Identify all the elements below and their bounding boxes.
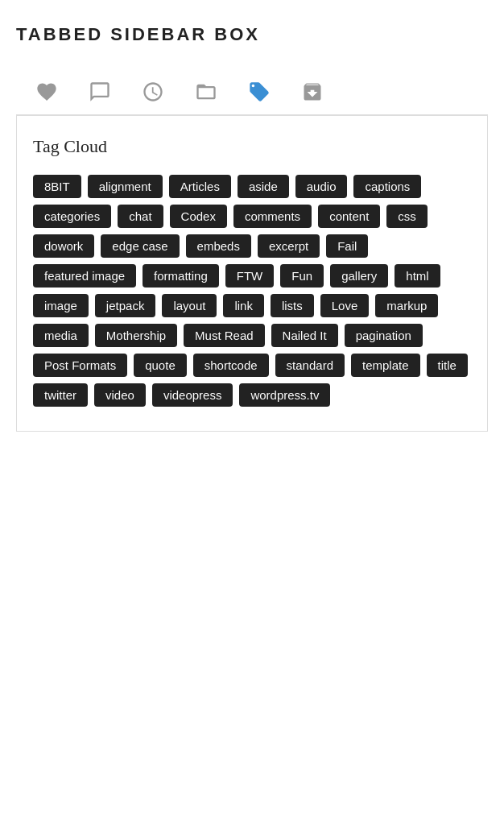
tag-cloud-title: Tag Cloud bbox=[33, 136, 471, 157]
tag-item[interactable]: comments bbox=[233, 205, 312, 228]
tag-item[interactable]: categories bbox=[33, 205, 111, 228]
tag-item[interactable]: embeds bbox=[186, 234, 251, 258]
tag-item[interactable]: Fun bbox=[280, 264, 324, 288]
tab-clock[interactable] bbox=[138, 77, 167, 106]
tag-item[interactable]: wordpress.tv bbox=[239, 383, 330, 407]
tag-item[interactable]: Love bbox=[320, 294, 370, 317]
tag-item[interactable]: video bbox=[94, 383, 146, 407]
tag-item[interactable]: pagination bbox=[345, 324, 423, 347]
tag-item[interactable]: gallery bbox=[330, 264, 388, 288]
tag-icon bbox=[248, 81, 271, 103]
tag-cloud-container: Tag Cloud 8BITalignmentArticlesasideaudi… bbox=[16, 116, 488, 432]
tag-item[interactable]: captions bbox=[353, 175, 421, 198]
tag-item[interactable]: 8BIT bbox=[33, 175, 81, 198]
tab-heart[interactable] bbox=[32, 77, 61, 106]
tag-item[interactable]: FTW bbox=[225, 264, 274, 288]
tag-item[interactable]: layout bbox=[162, 294, 217, 317]
tag-item[interactable]: alignment bbox=[88, 175, 163, 198]
tag-item[interactable]: Articles bbox=[169, 175, 231, 198]
tab-chat[interactable] bbox=[85, 77, 114, 106]
page-title: TABBED SIDEBAR BOX bbox=[16, 24, 488, 45]
tag-item[interactable]: Mothership bbox=[95, 324, 177, 347]
tag-item[interactable]: lists bbox=[271, 294, 314, 317]
heart-icon bbox=[35, 81, 58, 103]
tag-item[interactable]: Codex bbox=[170, 205, 227, 228]
tag-item[interactable]: content bbox=[318, 205, 380, 228]
tag-item[interactable]: Fail bbox=[326, 234, 368, 258]
tag-item[interactable]: edge case bbox=[101, 234, 179, 258]
tag-item[interactable]: html bbox=[395, 264, 440, 288]
chat-icon bbox=[89, 81, 111, 103]
tab-bar bbox=[16, 69, 488, 116]
tag-item[interactable]: featured image bbox=[33, 264, 136, 288]
folder-icon bbox=[195, 81, 217, 103]
tag-cloud: 8BITalignmentArticlesasideaudiocaptionsc… bbox=[33, 175, 471, 407]
tag-item[interactable]: Post Formats bbox=[33, 354, 127, 377]
tag-item[interactable]: title bbox=[427, 354, 468, 377]
tag-item[interactable]: excerpt bbox=[258, 234, 320, 258]
tag-item[interactable]: twitter bbox=[33, 383, 88, 407]
tag-item[interactable]: shortcode bbox=[193, 354, 269, 377]
archive-icon bbox=[301, 81, 324, 103]
tag-item[interactable]: template bbox=[351, 354, 420, 377]
tab-tag[interactable] bbox=[245, 77, 274, 106]
tag-item[interactable]: Must Read bbox=[184, 324, 265, 347]
tag-item[interactable]: image bbox=[33, 294, 89, 317]
clock-icon bbox=[142, 81, 164, 103]
tag-item[interactable]: formatting bbox=[143, 264, 219, 288]
tag-item[interactable]: quote bbox=[134, 354, 187, 377]
tag-item[interactable]: css bbox=[386, 205, 428, 228]
tag-item[interactable]: Nailed It bbox=[271, 324, 338, 347]
tag-item[interactable]: chat bbox=[118, 205, 163, 228]
tag-item[interactable]: markup bbox=[375, 294, 438, 317]
tag-item[interactable]: dowork bbox=[33, 234, 94, 258]
tab-archive[interactable] bbox=[298, 77, 327, 106]
tag-item[interactable]: audio bbox=[295, 175, 348, 198]
tag-item[interactable]: aside bbox=[238, 175, 289, 198]
tag-item[interactable]: link bbox=[223, 294, 264, 317]
tag-item[interactable]: media bbox=[33, 324, 89, 347]
tag-item[interactable]: standard bbox=[275, 354, 345, 377]
tab-folder[interactable] bbox=[192, 77, 221, 106]
tag-item[interactable]: jetpack bbox=[95, 294, 156, 317]
tag-item[interactable]: videopress bbox=[152, 383, 233, 407]
